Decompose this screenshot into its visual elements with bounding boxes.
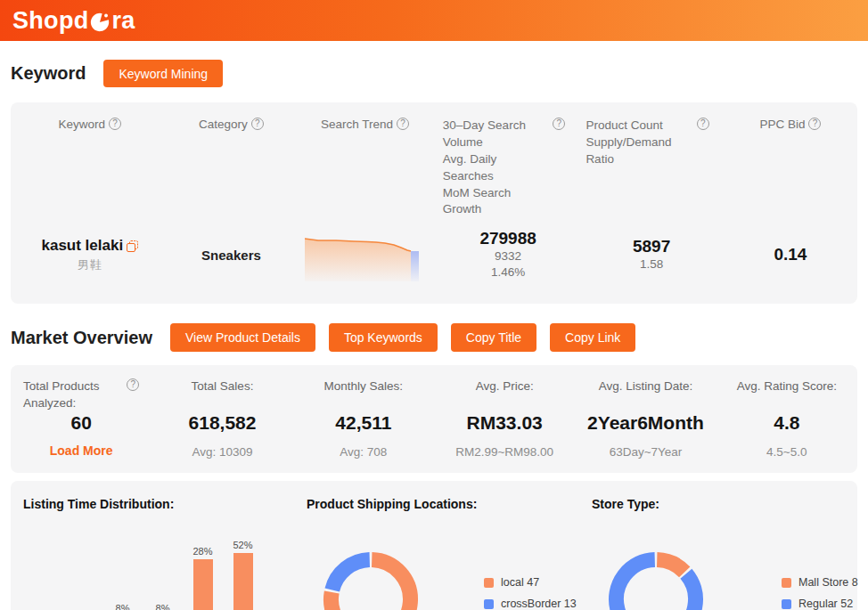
legend-swatch [782,599,791,609]
chart-title: Product Shipping Locations: [294,481,579,511]
keyword-mining-button[interactable]: Keyword Mining [103,60,223,87]
logo-text-pre: Shopd [12,7,88,35]
donut-chart [606,549,706,610]
stat-value: 2Year6Month [587,412,704,434]
chart-title: Store Type: [579,481,857,511]
stat-sub: RM2.99~RM98.00 [455,445,553,459]
col-header-search-volume: 30–Day Search Volume Avg. Daily Searches… [437,118,580,218]
supply-demand-ratio: 1.58 [579,256,724,272]
bar-1M: 0% [22,511,62,610]
stat-value: 4.8 [774,412,799,434]
bar-value-label: 28% [192,546,212,557]
col-header-ppc-bid: PPC Bid ? [724,118,857,218]
legend-label: Regular 52 [798,598,853,610]
charts-panel: Listing Time Distribution: 0%3%8%8%28%52… [11,481,857,610]
stat-value: 60 [70,412,91,434]
search-volume-cell: 279988 9332 1.46% [437,229,580,281]
product-count: 5897 [579,237,724,256]
category-cell: Sneakers [169,248,294,263]
legend-swatch [484,578,494,588]
col-header-search-trend: Search Trend ? [293,118,437,218]
stat-sub: Avg: 10309 [192,445,252,459]
search-trend-sparkline [293,229,437,281]
shopdora-logo[interactable]: Shopd ra [12,7,135,35]
help-icon[interactable]: ? [109,118,121,130]
market-overview-header: Market Overview View Product Details Top… [11,323,857,352]
stat-label: Avg. Rating Score: [737,378,837,412]
legend-label: Mall Store 8 [798,576,858,589]
stat-monthly-sales: Monthly Sales: 42,511 Avg: 708 [293,378,434,459]
stat-total-products: Total Products Analyzed: ? 60 Load More [11,378,151,459]
legend-label: crossBorder 13 [501,598,577,610]
ppc-bid-cell: 0.14 [724,245,857,264]
stat-label: Total Sales: [192,378,254,412]
keyword-cell: kasut lelaki 男鞋 [11,237,169,273]
load-more-link[interactable]: Load More [50,443,113,458]
legend-item[interactable]: crossBorder 13 [484,598,577,610]
chart-legend: Mall Store 8Regular 52 [782,576,858,610]
stat-sub: 63Day~7Year [610,445,683,459]
bar-1Y: 8% [143,511,183,610]
app-header: Shopd ra [0,0,868,41]
stat-value: 618,582 [189,412,257,434]
logo-text-post: ra [111,7,135,35]
legend-swatch [782,578,791,588]
store-type-chart: Store Type: Mall Store 8Regular 52 [579,481,857,610]
bar-2Y+: 52% [223,511,263,610]
bar-6M: 8% [102,511,143,610]
col-header-product-count: Product Count Supply/Demand Ratio ? [579,118,724,218]
avg-daily-searches: 9332 [437,248,580,264]
stat-label: Avg. Price: [476,378,534,412]
bar-value-label: 8% [156,603,170,610]
help-icon[interactable]: ? [808,118,821,130]
stat-value: RM33.03 [467,412,543,434]
pie-logo-icon [89,12,111,33]
help-icon[interactable]: ? [697,118,709,130]
copy-title-button[interactable]: Copy Title [451,323,536,352]
bar [193,559,213,610]
stat-sub: Avg: 708 [340,445,387,459]
help-icon[interactable]: ? [127,378,139,391]
ppc-bid: 0.14 [724,245,857,264]
keyword-table-panel: Keyword ? Category ? Search Trend ? 30–D… [11,102,857,304]
stat-label: Avg. Listing Date: [599,378,693,412]
view-product-details-button[interactable]: View Product Details [170,323,315,352]
chart-title: Listing Time Distribution: [11,481,294,511]
product-shipping-locations-chart: Product Shipping Locations: local 47cros… [294,481,579,610]
keyword-title: Keyword [11,63,86,84]
mom-search-growth: 1.46% [437,264,580,281]
legend-item[interactable]: local 47 [484,576,577,589]
stat-sub: 4.5~5.0 [766,445,807,459]
stat-value: 42,511 [335,412,391,434]
product-count-cell: 5897 1.58 [579,237,724,272]
stat-total-sales: Total Sales: 618,582 Avg: 10309 [151,378,292,459]
help-icon[interactable]: ? [553,118,565,130]
legend-item[interactable]: Regular 52 [782,598,858,610]
keyword-translation: 男鞋 [11,257,169,273]
col-header-category: Category ? [169,118,294,218]
help-icon[interactable]: ? [397,118,409,130]
legend-item[interactable]: Mall Store 8 [782,576,858,589]
chart-legend: local 47crossBorder 13 [484,576,577,610]
stat-label: Total Products Analyzed: [23,378,123,412]
copy-keyword-icon[interactable] [127,240,138,252]
top-keywords-button[interactable]: Top Keywords [329,323,438,352]
bar [233,553,253,610]
keyword-text: kasut lelaki [41,237,123,255]
bar-value-label: 8% [116,603,130,610]
legend-swatch [484,599,494,609]
bar-chart-plot: 0%3%8%8%28%52% [22,511,263,610]
help-icon[interactable]: ? [251,118,264,130]
stat-avg-price: Avg. Price: RM33.03 RM2.99~RM98.00 [434,378,575,459]
copy-link-button[interactable]: Copy Link [550,323,635,352]
listing-time-distribution-chart: Listing Time Distribution: 0%3%8%8%28%52… [11,481,294,610]
bar-value-label: 52% [233,540,252,550]
keyword-table-header: Keyword ? Category ? Search Trend ? 30–D… [11,118,857,218]
stat-label: Monthly Sales: [324,378,404,412]
keyword-table-row: kasut lelaki 男鞋 Sneakers 279988 9332 1.4… [11,225,857,284]
donut-chart [321,549,421,610]
stat-avg-rating: Avg. Rating Score: 4.8 4.5~5.0 [717,378,857,459]
bar-chart: 0%3%8%8%28%52% 1M3M6M1Y2Y2Y+ [22,511,263,610]
keyword-section-header: Keyword Keyword Mining [11,60,857,87]
stat-avg-listing-date: Avg. Listing Date: 2Year6Month 63Day~7Ye… [575,378,716,459]
